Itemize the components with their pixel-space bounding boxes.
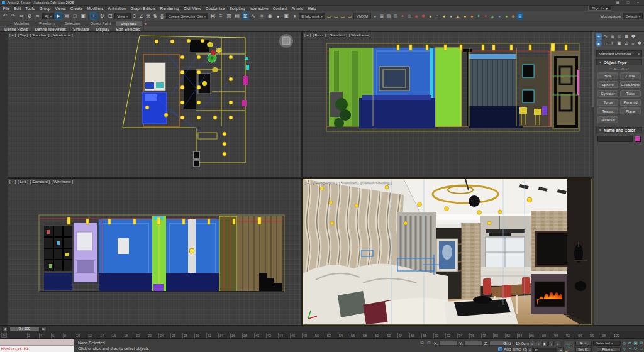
- transform-typein-icon[interactable]: ⊞: [427, 341, 431, 346]
- mini-curve-editor-icon[interactable]: ∿: [1, 333, 7, 338]
- minimize-button[interactable]: ▦: [614, 0, 622, 5]
- cp-sub-geometry[interactable]: ●: [596, 40, 602, 47]
- folder-icon-2[interactable]: ▭: [333, 12, 339, 20]
- workspace-dropdown[interactable]: Default ▾: [623, 13, 643, 19]
- time-slider-next-arrow[interactable]: ▶: [41, 326, 47, 331]
- add-time-tag[interactable]: Add Time Tag: [498, 347, 529, 351]
- cone-button[interactable]: Cone: [620, 72, 641, 79]
- key-selection-dropdown[interactable]: Selected ▾: [593, 341, 621, 346]
- selection-filter-dropdown[interactable]: All ▾: [42, 13, 54, 19]
- align-icon[interactable]: ≡: [217, 12, 225, 20]
- time-slider-handle[interactable]: 0 / 100: [9, 326, 40, 331]
- viewport-style-label[interactable]: [ Standard ]: [328, 33, 347, 37]
- unlink-selection-icon[interactable]: ⊘: [26, 12, 33, 20]
- select-and-rotate-icon[interactable]: ↻: [98, 12, 106, 20]
- viewport-left[interactable]: [ + ] [ Left ] [ Standard ] [ Wireframe …: [8, 179, 301, 325]
- spinner-snap-icon[interactable]: ⇅: [152, 12, 158, 20]
- pyramid-button[interactable]: Pyramid: [620, 99, 641, 106]
- zoom-extents-all-icon[interactable]: ⊞: [638, 340, 644, 346]
- script-icon-13[interactable]: ▲: [455, 12, 461, 20]
- orbit-icon[interactable]: ↻: [633, 346, 638, 351]
- curve-editor-icon[interactable]: ∿: [250, 12, 257, 20]
- ribbon-toggle-icon[interactable]: ⊞: [242, 12, 249, 20]
- viewport-style-label[interactable]: [ Standard ]: [30, 33, 49, 37]
- ribbon-btn-display[interactable]: Display: [92, 26, 113, 32]
- script-icon-3[interactable]: ▤: [386, 12, 392, 20]
- cp-tab-motion[interactable]: ◎: [616, 33, 623, 40]
- select-object-icon[interactable]: ►: [55, 12, 62, 20]
- window-crossing-icon[interactable]: ▣: [79, 12, 87, 20]
- viewport-perspective[interactable]: [ + ] [ Perspective ] [ Standard ] [ Def…: [303, 179, 592, 325]
- script-icon-9[interactable]: ●: [427, 12, 433, 20]
- ref-coord-dropdown[interactable]: View ▾: [114, 13, 130, 19]
- select-link-icon[interactable]: ∞: [18, 12, 25, 20]
- viewport-shading-label[interactable]: [ Wireframe ]: [52, 180, 73, 184]
- sign-in-button[interactable]: Sign In ▾: [588, 6, 611, 11]
- teapot-button[interactable]: Teapot: [597, 107, 618, 114]
- script-icon-1[interactable]: ●: [372, 12, 378, 20]
- menu-scripting[interactable]: Scripting: [227, 6, 247, 11]
- select-and-move-icon[interactable]: +: [90, 12, 97, 20]
- cp-sub-shapes[interactable]: □: [602, 40, 609, 47]
- select-by-name-icon[interactable]: ▤: [63, 12, 70, 20]
- viewport-view-label[interactable]: [ Perspective ]: [313, 180, 337, 184]
- ribbon-tab-populate[interactable]: Populate: [116, 21, 142, 26]
- time-slider-prev-arrow[interactable]: ◀: [2, 326, 8, 331]
- viewport-shading-label[interactable]: [ Wireframe ]: [51, 33, 72, 37]
- cylinder-button[interactable]: Cylinder: [597, 90, 618, 97]
- fov-icon[interactable]: ◇: [621, 346, 627, 351]
- menu-views[interactable]: Views: [53, 6, 68, 11]
- cp-tab-display[interactable]: ▦: [623, 33, 630, 40]
- percent-snap-icon[interactable]: %: [145, 12, 152, 20]
- script-icon-12[interactable]: ●: [448, 12, 454, 20]
- zoom-all-icon[interactable]: ⊕: [627, 340, 633, 346]
- object-color-swatch[interactable]: [635, 136, 641, 142]
- snaps-toggle-icon[interactable]: 3: [131, 12, 138, 20]
- menu-help[interactable]: Help: [306, 6, 318, 11]
- viewport-menu-plus[interactable]: [ + ]: [9, 180, 16, 184]
- next-frame-button[interactable]: ›: [548, 341, 554, 346]
- menu-create[interactable]: Create: [68, 6, 85, 11]
- cp-tab-modify[interactable]: ∿: [602, 33, 609, 40]
- select-and-scale-icon[interactable]: ⊡: [106, 12, 114, 20]
- rect-selection-region-icon[interactable]: □: [71, 12, 79, 20]
- ribbon-tab-selection[interactable]: Selection: [60, 21, 86, 26]
- selection-lock-icon[interactable]: ⊠: [420, 341, 424, 346]
- go-to-start-button[interactable]: «: [530, 341, 535, 346]
- scene-explorer-icon[interactable]: ▤: [233, 12, 241, 20]
- menu-group[interactable]: Group: [37, 6, 53, 11]
- menu-interactive[interactable]: Interactive: [247, 6, 270, 11]
- autogrid-checkbox[interactable]: □ AutoGrid: [594, 67, 644, 71]
- torus-button[interactable]: Torus: [597, 99, 618, 106]
- menu-tools[interactable]: Tools: [23, 6, 37, 11]
- viewport-shading-label[interactable]: [ Default Shading ]: [360, 180, 391, 184]
- project-path-dropdown[interactable]: E:\alc work ▾: [299, 13, 325, 19]
- script-icon-16[interactable]: ✦: [475, 12, 482, 20]
- set-keys-button[interactable]: +: [564, 341, 574, 351]
- timeline-ruler[interactable]: ∿ 24681012141618202224262830323436384042…: [0, 331, 644, 339]
- zoom-extents-icon[interactable]: ▣: [633, 340, 638, 346]
- viewport-view-label[interactable]: [ Front ]: [313, 33, 326, 37]
- go-to-end-button[interactable]: »: [555, 341, 560, 346]
- menu-content[interactable]: Content: [270, 6, 289, 11]
- time-slider-track[interactable]: ◀ 0 / 100 ▶: [0, 325, 644, 331]
- vmxm-button[interactable]: VMXM: [353, 13, 371, 19]
- cp-tab-create[interactable]: +: [596, 33, 602, 40]
- restore-button[interactable]: □: [624, 0, 632, 5]
- script-icon-10[interactable]: ◓: [434, 12, 440, 20]
- angle-snap-icon[interactable]: ∠: [138, 12, 145, 20]
- script-icon-21[interactable]: ◆: [510, 12, 516, 20]
- menu-civil-view[interactable]: Civil View: [181, 6, 203, 11]
- viewport-style-label[interactable]: [ Standard ]: [30, 180, 50, 184]
- redo-icon[interactable]: ↷: [9, 12, 17, 20]
- previous-key-button[interactable]: «: [527, 347, 533, 352]
- zoom-icon[interactable]: ◎: [621, 340, 627, 346]
- viewport-shading-label[interactable]: [ Wireframe ]: [349, 33, 370, 37]
- viewport-top[interactable]: [ + ] [ Top ] [ Standard ] [ Wireframe ]: [8, 32, 301, 177]
- maxscript-mini-listener[interactable]: MAXScript Mi: [0, 339, 74, 352]
- auto-key-button[interactable]: Auto: [575, 341, 592, 346]
- viewport-style-label[interactable]: [ Standard ]: [339, 180, 358, 184]
- named-selection-sets-dropdown[interactable]: Create Selection Set ▾: [166, 13, 209, 19]
- plane-button[interactable]: Plane: [620, 107, 641, 114]
- tube-button[interactable]: Tube: [620, 90, 641, 97]
